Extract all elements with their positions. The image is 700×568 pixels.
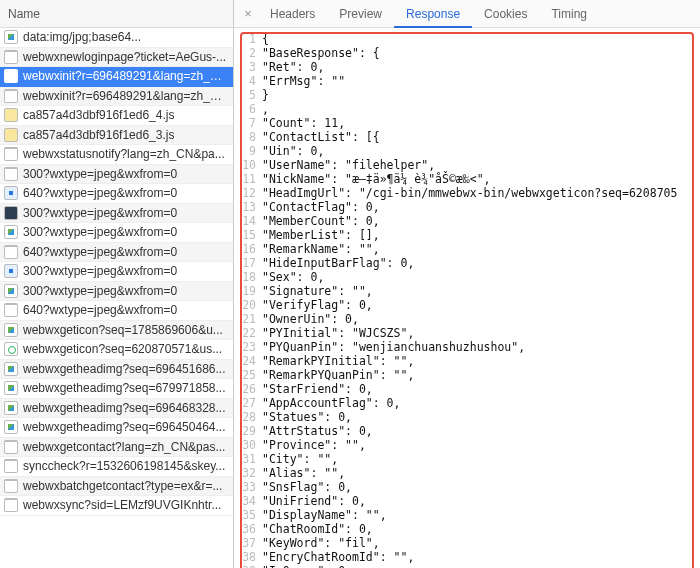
line-number: 21	[234, 312, 262, 326]
code-line: 11"NickName": "æ–‡ä»¶ä¼ è¾"åŠ©æ‰<",	[234, 172, 696, 186]
line-number: 11	[234, 172, 262, 186]
line-number: 10	[234, 158, 262, 172]
code-line: 6,	[234, 102, 696, 116]
request-list[interactable]: data:img/jpg;base64...webwxnewloginpage?…	[0, 28, 233, 568]
line-number: 5	[234, 88, 262, 102]
line-number: 23	[234, 340, 262, 354]
request-row[interactable]: data:img/jpg;base64...	[0, 28, 233, 48]
network-request-sidebar: Name data:img/jpg;base64...webwxnewlogin…	[0, 0, 234, 568]
request-row[interactable]: 300?wxtype=jpeg&wxfrom=0	[0, 262, 233, 282]
line-text: "ContactList": [{	[262, 130, 380, 144]
request-label: webwxgetheadimg?seq=696450464...	[23, 420, 226, 434]
code-line: 9"Uin": 0,	[234, 144, 696, 158]
request-row[interactable]: webwxinit?r=696489291&lang=zh_C...	[0, 67, 233, 87]
file-icon	[4, 89, 18, 103]
line-number: 3	[234, 60, 262, 74]
code-line: 32"Alias": "",	[234, 466, 696, 480]
tab-preview[interactable]: Preview	[327, 0, 394, 28]
line-text: "Signature": "",	[262, 284, 373, 298]
line-text: "UserName": "filehelper",	[262, 158, 435, 172]
line-text: "ChatRoomId": 0,	[262, 522, 373, 536]
request-row[interactable]: 300?wxtype=jpeg&wxfrom=0	[0, 165, 233, 185]
line-text: "BaseResponse": {	[262, 46, 380, 60]
request-label: 300?wxtype=jpeg&wxfrom=0	[23, 284, 177, 298]
line-number: 29	[234, 424, 262, 438]
close-icon[interactable]: ×	[238, 6, 258, 21]
file-icon	[4, 69, 18, 83]
code-line: 16"RemarkName": "",	[234, 242, 696, 256]
response-tabbar: × HeadersPreviewResponseCookiesTiming	[234, 0, 700, 28]
code-line: 18"Sex": 0,	[234, 270, 696, 284]
line-text: "Alias": "",	[262, 466, 345, 480]
line-number: 2	[234, 46, 262, 60]
file-icon	[4, 186, 18, 200]
request-row[interactable]: webwxbatchgetcontact?type=ex&r=...	[0, 477, 233, 497]
request-row[interactable]: webwxstatusnotify?lang=zh_CN&pa...	[0, 145, 233, 165]
line-number: 15	[234, 228, 262, 242]
request-row[interactable]: 300?wxtype=jpeg&wxfrom=0	[0, 204, 233, 224]
line-text: "PYQuanPin": "wenjianchuanshuzhushou",	[262, 340, 525, 354]
code-line: 34"UniFriend": 0,	[234, 494, 696, 508]
request-row[interactable]: webwxgetcontact?lang=zh_CN&pas...	[0, 438, 233, 458]
request-row[interactable]: webwxgetheadimg?seq=696451686...	[0, 360, 233, 380]
file-icon	[4, 225, 18, 239]
request-row[interactable]: webwxgetheadimg?seq=696468328...	[0, 399, 233, 419]
request-row[interactable]: ca857a4d3dbf916f1ed6_4.js	[0, 106, 233, 126]
request-row[interactable]: webwxsync?sid=LEMzf9UVGIKnhtr...	[0, 496, 233, 516]
request-row[interactable]: webwxgeticon?seq=620870571&us...	[0, 340, 233, 360]
line-number: 8	[234, 130, 262, 144]
line-text: "AttrStatus": 0,	[262, 424, 373, 438]
request-label: webwxbatchgetcontact?type=ex&r=...	[23, 479, 222, 493]
file-icon	[4, 284, 18, 298]
request-label: ca857a4d3dbf916f1ed6_3.js	[23, 128, 174, 142]
line-number: 17	[234, 256, 262, 270]
line-text: "Count": 11,	[262, 116, 345, 130]
code-line: 1{	[234, 32, 696, 46]
response-body-panel[interactable]: 1{2"BaseResponse": {3"Ret": 0,4"ErrMsg":…	[234, 28, 700, 568]
request-row[interactable]: 300?wxtype=jpeg&wxfrom=0	[0, 223, 233, 243]
code-line: 37"KeyWord": "fil",	[234, 536, 696, 550]
tab-headers[interactable]: Headers	[258, 0, 327, 28]
request-row[interactable]: webwxgetheadimg?seq=696450464...	[0, 418, 233, 438]
code-line: 4"ErrMsg": ""	[234, 74, 696, 88]
request-row[interactable]: ca857a4d3dbf916f1ed6_3.js	[0, 126, 233, 146]
request-row[interactable]: webwxnewloginpage?ticket=AeGus-...	[0, 48, 233, 68]
line-text: "DisplayName": "",	[262, 508, 387, 522]
request-row[interactable]: 640?wxtype=jpeg&wxfrom=0	[0, 243, 233, 263]
line-text: "SnsFlag": 0,	[262, 480, 352, 494]
line-text: "Ret": 0,	[262, 60, 324, 74]
code-line: 5}	[234, 88, 696, 102]
line-number: 22	[234, 326, 262, 340]
sidebar-header-name[interactable]: Name	[0, 0, 233, 28]
code-line: 2"BaseResponse": {	[234, 46, 696, 60]
line-number: 19	[234, 284, 262, 298]
code-line: 10"UserName": "filehelper",	[234, 158, 696, 172]
code-line: 31"City": "",	[234, 452, 696, 466]
code-line: 17"HideInputBarFlag": 0,	[234, 256, 696, 270]
file-icon	[4, 245, 18, 259]
request-label: 300?wxtype=jpeg&wxfrom=0	[23, 264, 177, 278]
line-text: "MemberList": [],	[262, 228, 380, 242]
tab-cookies[interactable]: Cookies	[472, 0, 539, 28]
request-row[interactable]: synccheck?r=1532606198145&skey...	[0, 457, 233, 477]
request-label: webwxinit?r=696489291&lang=zh_C...	[23, 89, 227, 103]
request-row[interactable]: 640?wxtype=jpeg&wxfrom=0	[0, 301, 233, 321]
line-number: 4	[234, 74, 262, 88]
request-row[interactable]: 640?wxtype=jpeg&wxfrom=0	[0, 184, 233, 204]
code-line: 29"AttrStatus": 0,	[234, 424, 696, 438]
request-row[interactable]: webwxinit?r=696489291&lang=zh_C...	[0, 87, 233, 107]
tab-response[interactable]: Response	[394, 0, 472, 28]
request-row[interactable]: webwxgetheadimg?seq=679971858...	[0, 379, 233, 399]
request-row[interactable]: webwxgeticon?seq=1785869606&u...	[0, 321, 233, 341]
code-line: 39"IsOwner": 0	[234, 564, 696, 568]
main-panel: × HeadersPreviewResponseCookiesTiming 1{…	[234, 0, 700, 568]
line-number: 16	[234, 242, 262, 256]
file-icon	[4, 30, 18, 44]
code-line: 26"StarFriend": 0,	[234, 382, 696, 396]
tab-timing[interactable]: Timing	[539, 0, 599, 28]
code-line: 14"MemberCount": 0,	[234, 214, 696, 228]
code-line: 13"ContactFlag": 0,	[234, 200, 696, 214]
line-number: 28	[234, 410, 262, 424]
request-row[interactable]: 300?wxtype=jpeg&wxfrom=0	[0, 282, 233, 302]
line-number: 18	[234, 270, 262, 284]
